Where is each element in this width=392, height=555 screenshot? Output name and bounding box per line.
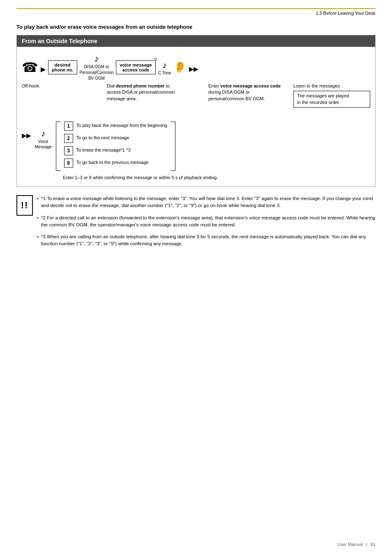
desired-phone-step: desiredphone no. xyxy=(48,60,77,74)
right-bracket xyxy=(171,122,175,171)
key-3-label: 3 xyxy=(67,148,70,154)
spacer xyxy=(22,111,370,116)
note-1: • *1 To erase a voice message while list… xyxy=(37,195,376,210)
section-title: 1.5 Before Leaving Your Desk xyxy=(316,11,376,16)
exclamation-text: !! xyxy=(21,200,29,211)
key-2-desc: To go to the next message xyxy=(76,134,129,141)
spacer1 xyxy=(192,83,200,108)
page-section-title: To play back and/or erase voice messages… xyxy=(16,24,376,30)
superscript-2: *2 xyxy=(154,57,157,61)
diagram-title: From an Outside Telephone xyxy=(17,35,375,47)
key-9-box: 9 xyxy=(64,159,73,168)
disa-ogm-step: ♪ DISA OGM orPersonal/CommonBV OGM xyxy=(80,53,114,81)
key-1-box: 1 xyxy=(64,122,73,131)
bullet-2: • xyxy=(37,214,39,229)
bullet-3: • xyxy=(37,233,39,248)
desired-phone-box: desiredphone no. xyxy=(48,60,77,74)
voice-msg-box: voice messageaccess code xyxy=(116,60,155,74)
messages-played-box: The messages are playedin the recorded o… xyxy=(293,91,370,108)
offhook-step: ☎ xyxy=(22,60,38,75)
key-2-box: 2 xyxy=(64,134,73,143)
phone-icon: ☎ xyxy=(22,60,38,75)
key-row-2: 2 To go to the next message xyxy=(64,134,167,143)
bracket-container: 1 To play back the message from the begi… xyxy=(56,120,175,173)
notes-list: • *1 To erase a voice message while list… xyxy=(37,195,376,253)
listen-desc: Listen to the messages. The messages are… xyxy=(293,83,370,108)
footer: User Manual | 81 xyxy=(337,542,376,547)
notes-section: !! • *1 To erase a voice message while l… xyxy=(16,195,376,253)
offhook-desc: Off-hook. xyxy=(22,83,99,108)
ctone-label: C.Tone xyxy=(158,71,171,75)
note-3-text: *3 When you are calling from an outside … xyxy=(41,233,376,248)
offhook-text: Off-hook. xyxy=(22,83,40,88)
key-row-3: 3 To erase the message*1 *3 xyxy=(64,146,167,155)
note-3: • *3 When you are calling from an outsid… xyxy=(37,233,376,248)
footer-text: User Manual xyxy=(337,542,363,547)
keys-list: 1 To play back the message from the begi… xyxy=(61,120,171,173)
footer-page: 81 xyxy=(371,542,376,547)
key-1-desc: To play back the message from the beginn… xyxy=(76,122,167,129)
note-2: • *2 For a directed call to an extension… xyxy=(37,214,376,229)
disa-ogm-label: DISA OGM orPersonal/CommonBV OGM xyxy=(80,64,114,81)
key-9-desc: To go back to the previous message xyxy=(76,159,149,166)
note-2-text: *2 For a directed call to an extension (… xyxy=(41,214,376,229)
diagram-box: From an Outside Telephone ☎ ▶ desiredpho… xyxy=(16,35,376,187)
music-note-icon-1: ♪ xyxy=(94,53,99,64)
key-1-label: 1 xyxy=(67,123,70,129)
key-3-box: 3 xyxy=(64,146,73,155)
exclamation-icon: !! xyxy=(16,195,33,216)
bullet-1: • xyxy=(37,195,39,210)
arrow-2: ▶▶ xyxy=(189,66,198,72)
second-flow: ▶▶ ♪ VoiceMessage 1 To play back the mes… xyxy=(22,120,370,173)
key-2-label: 2 xyxy=(67,136,70,141)
diagram-content: ☎ ▶ desiredphone no. ♪ DISA OGM orPerson… xyxy=(17,47,375,187)
enter-note: Enter 1–3 or 9 while confirming the mess… xyxy=(63,175,370,180)
note-1-text: *1 To erase a voice message while listen… xyxy=(41,195,376,210)
left-bracket xyxy=(56,122,61,171)
top-flow-row: ☎ ▶ desiredphone no. ♪ DISA OGM orPerson… xyxy=(22,53,370,81)
description-row: Off-hook. Dial desired phone number to a… xyxy=(22,83,370,108)
key-row-9: 9 To go back to the previous message xyxy=(64,159,167,168)
dial-desc: Dial desired phone number to access DISA… xyxy=(107,83,184,108)
footer-divider: | xyxy=(366,542,367,547)
key-9-label: 9 xyxy=(67,160,70,166)
ear-icon: 👂 xyxy=(173,61,187,74)
voice-msg-access-step: *2 voice messageaccess code xyxy=(116,60,155,74)
key-row-1: 1 To play back the message from the begi… xyxy=(64,122,167,131)
listen-step: 👂 xyxy=(173,61,187,74)
voice-msg-icon: ♪ xyxy=(41,128,46,139)
listen-label: Listen to the messages. xyxy=(293,83,370,89)
double-arrow-2: ▶▶ xyxy=(22,132,31,139)
music-note-icon-2: ♪ xyxy=(162,60,167,71)
ctone-step: ♪ C.Tone xyxy=(158,60,171,75)
section-header: 1.5 Before Leaving Your Desk xyxy=(16,8,376,16)
arrow-1: ▶ xyxy=(41,65,46,73)
voice-message-label: VoiceMessage xyxy=(35,139,52,150)
key-3-desc: To erase the message*1 *3 xyxy=(76,146,131,153)
enter-code-desc: Enter voice message access code during D… xyxy=(208,83,285,108)
voice-message-step: ♪ VoiceMessage xyxy=(35,128,52,150)
